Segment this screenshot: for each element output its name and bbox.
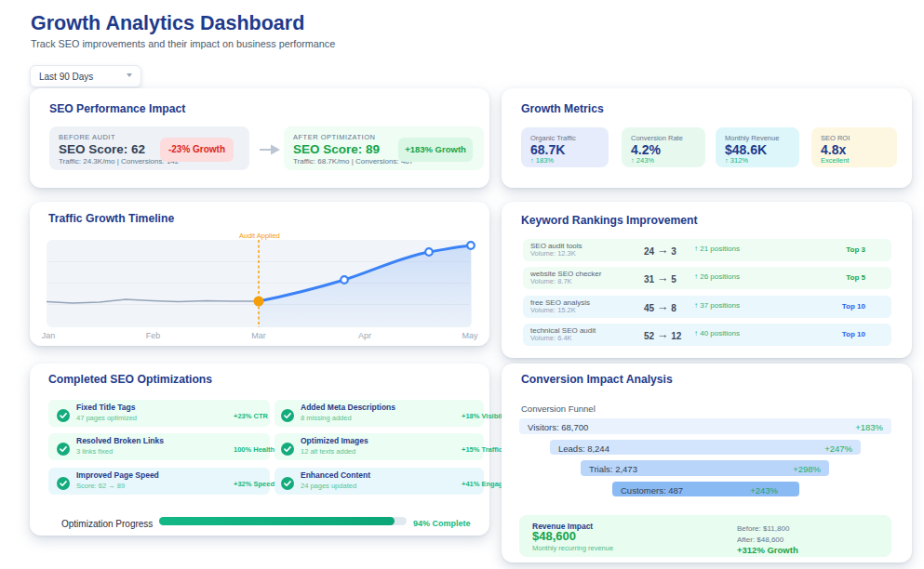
svg-text:May: May [462,331,478,340]
svg-text:Jan: Jan [42,331,56,340]
svg-text:Apr: Apr [358,331,371,340]
svg-text:Mar: Mar [251,331,266,340]
svg-text:Feb: Feb [146,331,161,340]
